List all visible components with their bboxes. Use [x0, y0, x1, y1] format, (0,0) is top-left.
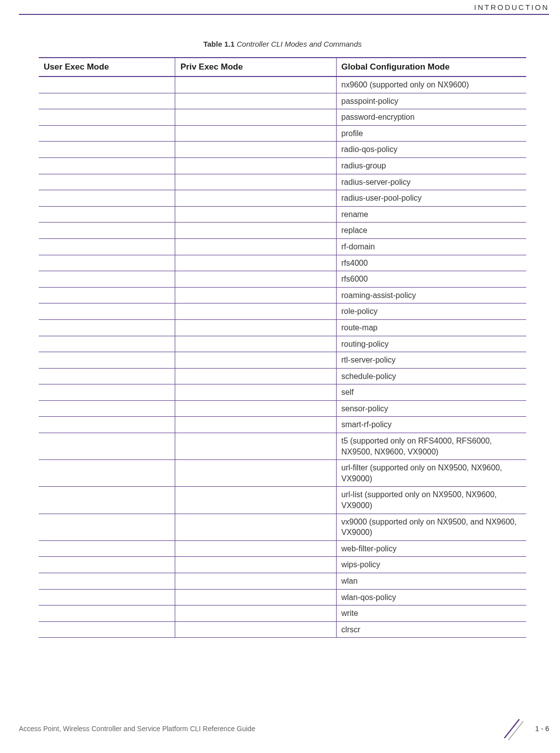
- table-row: rfs6000: [39, 271, 526, 288]
- cell-global-config: radius-server-policy: [336, 174, 526, 190]
- cell-global-config: wlan-qos-policy: [336, 589, 526, 605]
- cell-user-exec: [39, 142, 175, 158]
- cell-priv-exec: [175, 287, 336, 303]
- cell-user-exec: [39, 93, 175, 109]
- cell-priv-exec: [175, 433, 336, 460]
- cell-priv-exec: [175, 206, 336, 223]
- cell-global-config: route-map: [336, 319, 526, 336]
- cell-priv-exec: [175, 573, 336, 590]
- table-row: write: [39, 605, 526, 622]
- table-row: wlan-qos-policy: [39, 589, 526, 605]
- table-row: profile: [39, 125, 526, 142]
- cell-user-exec: [39, 514, 175, 540]
- cell-user-exec: [39, 540, 175, 557]
- footer-guide-title: Access Point, Wireless Controller and Se…: [19, 725, 255, 733]
- cell-user-exec: [39, 109, 175, 126]
- cell-global-config: vx9000 (supported only on NX9500, and NX…: [336, 514, 526, 540]
- cell-user-exec: [39, 157, 175, 174]
- cell-global-config: role-policy: [336, 303, 526, 320]
- table-row: routing-policy: [39, 336, 526, 352]
- table-row: radio-qos-policy: [39, 142, 526, 158]
- table-row: url-filter (supported only on NX9500, NX…: [39, 460, 526, 487]
- cell-priv-exec: [175, 303, 336, 320]
- table-header-row: User Exec Mode Priv Exec Mode Global Con…: [39, 58, 526, 76]
- cell-priv-exec: [175, 190, 336, 207]
- column-header-global-config: Global Configuration Mode: [336, 58, 526, 76]
- cell-user-exec: [39, 125, 175, 142]
- cell-global-config: t5 (supported only on RFS4000, RFS6000, …: [336, 433, 526, 460]
- cell-priv-exec: [175, 157, 336, 174]
- cell-user-exec: [39, 352, 175, 369]
- cell-priv-exec: [175, 319, 336, 336]
- cell-user-exec: [39, 303, 175, 320]
- cell-priv-exec: [175, 540, 336, 557]
- column-header-priv-exec: Priv Exec Mode: [175, 58, 336, 76]
- cell-global-config: routing-policy: [336, 336, 526, 352]
- cell-priv-exec: [175, 417, 336, 433]
- table-row: rename: [39, 206, 526, 223]
- cell-user-exec: [39, 557, 175, 573]
- cell-global-config: radius-user-pool-policy: [336, 190, 526, 207]
- table-row: t5 (supported only on RFS4000, RFS6000, …: [39, 433, 526, 460]
- header-section-label: INTRODUCTION: [474, 3, 549, 11]
- table-row: url-list (supported only on NX9500, NX96…: [39, 487, 526, 514]
- cell-global-config: rf-domain: [336, 238, 526, 255]
- table-row: radius-server-policy: [39, 174, 526, 190]
- cell-global-config: rfs6000: [336, 271, 526, 288]
- table-row: role-policy: [39, 303, 526, 320]
- cell-priv-exec: [175, 238, 336, 255]
- cell-user-exec: [39, 621, 175, 638]
- cell-priv-exec: [175, 352, 336, 369]
- cli-modes-table: User Exec Mode Priv Exec Mode Global Con…: [39, 57, 526, 638]
- cell-user-exec: [39, 384, 175, 401]
- page-number: 1 - 6: [535, 725, 549, 733]
- cell-priv-exec: [175, 125, 336, 142]
- cell-global-config: web-filter-policy: [336, 540, 526, 557]
- cell-priv-exec: [175, 384, 336, 401]
- cell-priv-exec: [175, 142, 336, 158]
- cell-user-exec: [39, 287, 175, 303]
- table-row: rf-domain: [39, 238, 526, 255]
- cell-priv-exec: [175, 605, 336, 622]
- cell-global-config: rename: [336, 206, 526, 223]
- cell-global-config: radius-group: [336, 157, 526, 174]
- table-row: radius-user-pool-policy: [39, 190, 526, 207]
- cell-priv-exec: [175, 400, 336, 417]
- cell-user-exec: [39, 174, 175, 190]
- cell-user-exec: [39, 487, 175, 514]
- header-divider: [19, 14, 549, 15]
- cell-priv-exec: [175, 255, 336, 271]
- cell-priv-exec: [175, 93, 336, 109]
- column-header-user-exec: User Exec Mode: [39, 58, 175, 76]
- cell-global-config: rfs4000: [336, 255, 526, 271]
- cell-priv-exec: [175, 589, 336, 605]
- cell-global-config: smart-rf-policy: [336, 417, 526, 433]
- cell-global-config: password-encryption: [336, 109, 526, 126]
- footer-right-group: 1 - 6: [499, 716, 549, 741]
- cell-priv-exec: [175, 621, 336, 638]
- table-row: replace: [39, 223, 526, 239]
- table-row: rtl-server-policy: [39, 352, 526, 369]
- cell-user-exec: [39, 319, 175, 336]
- table-row: wips-policy: [39, 557, 526, 573]
- cell-user-exec: [39, 460, 175, 487]
- table-row: wlan: [39, 573, 526, 590]
- cell-user-exec: [39, 433, 175, 460]
- table-row: vx9000 (supported only on NX9500, and NX…: [39, 514, 526, 540]
- cell-global-config: profile: [336, 125, 526, 142]
- cell-user-exec: [39, 190, 175, 207]
- table-row: sensor-policy: [39, 400, 526, 417]
- table-row: route-map: [39, 319, 526, 336]
- cell-global-config: write: [336, 605, 526, 622]
- table-row: schedule-policy: [39, 368, 526, 384]
- table-row: clrscr: [39, 621, 526, 638]
- page-content: Table 1.1 Controller CLI Modes and Comma…: [39, 40, 526, 638]
- cell-user-exec: [39, 573, 175, 590]
- cell-global-config: sensor-policy: [336, 400, 526, 417]
- cell-global-config: wips-policy: [336, 557, 526, 573]
- cell-global-config: url-filter (supported only on NX9500, NX…: [336, 460, 526, 487]
- table-row: self: [39, 384, 526, 401]
- table-caption: Table 1.1 Controller CLI Modes and Comma…: [39, 40, 526, 48]
- cell-user-exec: [39, 271, 175, 288]
- cell-user-exec: [39, 76, 175, 93]
